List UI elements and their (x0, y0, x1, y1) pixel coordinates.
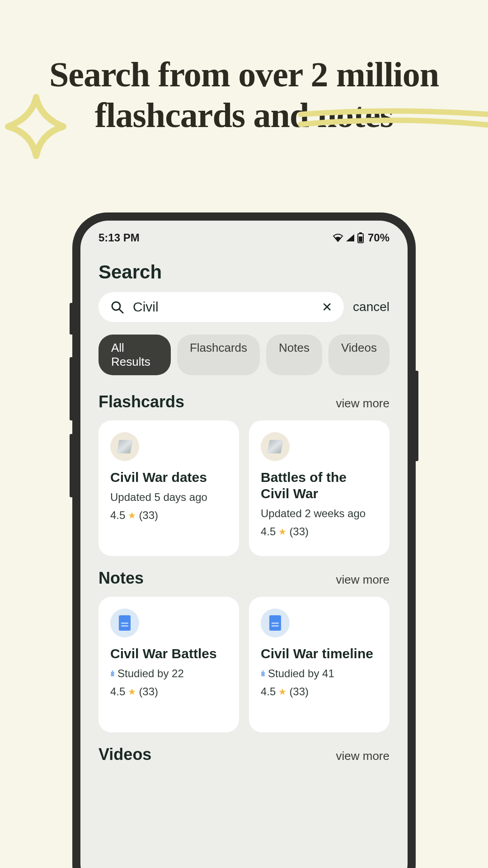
tab-all-results[interactable]: All Results (99, 335, 171, 375)
search-box[interactable]: ✕ (99, 292, 344, 322)
star-icon: ★ (128, 510, 136, 521)
notes-title: Notes (99, 569, 144, 588)
note-result[interactable]: Civil War Battles ılıStudied by 22 4.5★(… (99, 597, 239, 732)
videos-title: Videos (99, 745, 151, 764)
chart-icon: ılı (261, 669, 264, 679)
star-icon: ★ (278, 526, 286, 537)
card-rating: 4.5★(33) (261, 685, 378, 698)
star-icon: ★ (278, 686, 286, 697)
card-title: Civil War timeline (261, 646, 378, 662)
card-studied: ılıStudied by 22 (110, 667, 227, 680)
tab-flashcards[interactable]: Flashcards (177, 335, 260, 375)
star-icon: ★ (128, 686, 136, 697)
status-bar: 5:13 PM 70% (80, 221, 408, 248)
signal-icon (345, 233, 355, 242)
chart-icon: ılı (110, 669, 114, 679)
status-battery: 70% (368, 231, 389, 244)
card-title: Civil War dates (110, 469, 227, 486)
card-studied: ılıStudied by 41 (261, 667, 378, 680)
page-title: Search (80, 248, 408, 292)
card-updated: Updated 5 days ago (110, 491, 227, 504)
phone-power-button (416, 371, 418, 461)
card-updated: Updated 2 weeks ago (261, 507, 378, 520)
note-icon (261, 609, 290, 637)
flashcard-result[interactable]: Civil War dates Updated 5 days ago 4.5★(… (99, 420, 239, 556)
wifi-icon (333, 233, 343, 242)
sparkle-decoration (0, 90, 72, 163)
tab-notes[interactable]: Notes (266, 335, 322, 375)
phone-volume-down (70, 434, 72, 497)
notes-view-more[interactable]: view more (336, 573, 389, 587)
tab-videos[interactable]: Videos (328, 335, 389, 375)
search-icon (110, 300, 124, 314)
cancel-button[interactable]: cancel (353, 300, 389, 314)
notes-section: Notes view more Civil War Battles ılıStu… (80, 556, 408, 732)
note-result[interactable]: Civil War timeline ılıStudied by 41 4.5★… (249, 597, 389, 732)
filter-tabs: All Results Flashcards Notes Videos (80, 322, 408, 380)
videos-view-more[interactable]: view more (336, 749, 389, 763)
card-rating: 4.5★(33) (110, 685, 227, 698)
svg-rect-2 (359, 236, 362, 242)
flashcard-icon (261, 432, 290, 461)
note-icon (110, 609, 139, 637)
phone-frame: 5:13 PM 70% Search ✕ cancel All Results … (72, 212, 416, 868)
status-time: 5:13 PM (99, 231, 140, 244)
clear-search-button[interactable]: ✕ (322, 300, 332, 315)
card-title: Battles of the Civil War (261, 469, 378, 502)
battery-icon (357, 232, 364, 243)
svg-rect-1 (359, 232, 362, 234)
underline-decoration (298, 106, 488, 138)
phone-screen: 5:13 PM 70% Search ✕ cancel All Results … (80, 221, 408, 868)
flashcard-result[interactable]: Battles of the Civil War Updated 2 weeks… (249, 420, 389, 556)
search-input[interactable] (133, 299, 313, 315)
phone-volume-up (70, 357, 72, 420)
svg-line-4 (119, 309, 123, 313)
flashcards-title: Flashcards (99, 392, 184, 411)
videos-section: Videos view more (80, 732, 408, 764)
status-icons (333, 232, 364, 243)
flashcards-section: Flashcards view more Civil War dates Upd… (80, 380, 408, 556)
flashcard-icon (110, 432, 139, 461)
flashcards-view-more[interactable]: view more (336, 396, 389, 410)
card-title: Civil War Battles (110, 646, 227, 662)
card-rating: 4.5★(33) (261, 525, 378, 538)
card-rating: 4.5★(33) (110, 509, 227, 522)
phone-side-button (70, 303, 72, 335)
